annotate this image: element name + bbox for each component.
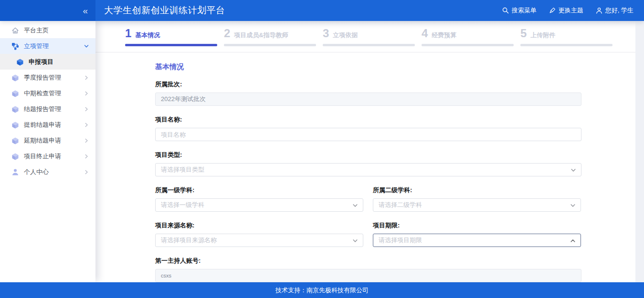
chevron-up-icon: [570, 238, 576, 245]
collapse-sidebar-icon[interactable]: «: [83, 6, 87, 15]
sidebar-item-label: 结题报告管理: [24, 105, 84, 113]
sidebar-item-label: 立项管理: [24, 42, 84, 51]
sidebar-item-personal-center[interactable]: 个人中心: [0, 164, 95, 180]
term-placeholder: 请选择项目期限: [379, 236, 422, 245]
subject1-placeholder: 请选择一级学科: [161, 201, 204, 209]
source-placeholder: 请选择项目来源名称: [161, 236, 217, 245]
header-actions: 搜索菜单 更换主题 您好, 学生: [502, 6, 644, 15]
chevron-right-icon: [84, 168, 89, 176]
hierarchy-icon: [11, 42, 19, 50]
home-icon: [11, 27, 19, 34]
step-project-basis[interactable]: 3立项依据: [323, 28, 415, 46]
sidebar-item-label: 项目终止申请: [24, 152, 84, 161]
sidebar-item-early-completion[interactable]: 提前结题申请: [0, 117, 95, 133]
project-name-label: 项目名称:: [155, 115, 581, 123]
app-title: 大学生创新创业训练计划平台: [104, 4, 225, 17]
project-type-select[interactable]: 请选择项目类型: [155, 163, 581, 176]
step-number: 3: [323, 28, 329, 39]
wizard-steps: 1基本情况 2项目成员&指导教师 3立项依据 4经费预算 5上传附件: [95, 21, 644, 52]
chevron-right-icon: [84, 89, 89, 98]
chevron-right-icon: [84, 105, 89, 113]
host-account-label: 第一主持人账号:: [155, 257, 581, 265]
term-label: 项目期限:: [373, 221, 581, 229]
step-number: 4: [422, 28, 428, 39]
basic-info-form: 基本情况 所属批次: 2022年测试批次 项目名称: 项目类型: 请选择项目类型…: [95, 52, 581, 282]
subject1-label: 所属一级学科:: [155, 186, 363, 194]
chevron-down-icon: [84, 42, 89, 51]
cube-icon: [11, 121, 19, 129]
search-menu-label: 搜索菜单: [512, 6, 537, 15]
sidebar-item-label: 个人中心: [24, 168, 84, 176]
batch-value: 2022年测试批次: [161, 95, 206, 103]
change-theme-label: 更换主题: [559, 6, 583, 15]
sidebar-item-final-report[interactable]: 结题报告管理: [0, 101, 95, 117]
step-number: 2: [224, 28, 230, 39]
section-title: 基本情况: [155, 63, 581, 71]
step-number: 5: [520, 28, 527, 39]
change-theme-button[interactable]: 更换主题: [549, 6, 583, 15]
project-name-input[interactable]: [155, 128, 581, 141]
sidebar-item-quarterly-report[interactable]: 季度报告管理: [0, 70, 95, 85]
user-greeting: 您好, 学生: [605, 6, 633, 15]
batch-field: 2022年测试批次: [155, 92, 581, 106]
chevron-right-icon: [84, 136, 89, 145]
step-label: 基本情况: [135, 31, 160, 40]
step-progress-bar: [125, 44, 217, 46]
chevron-right-icon: [84, 152, 89, 161]
step-label: 经费预算: [432, 31, 456, 40]
sidebar-item-midterm-check[interactable]: 中期检查管理: [0, 85, 95, 101]
chevron-down-icon: [352, 238, 358, 245]
chevron-down-icon: [570, 167, 576, 175]
cube-icon: [11, 90, 19, 97]
chevron-down-icon: [352, 203, 358, 210]
sidebar-item-project-termination[interactable]: 项目终止申请: [0, 148, 95, 164]
step-budget[interactable]: 4经费预算: [422, 28, 514, 46]
app-window: « 大学生创新创业训练计划平台 搜索菜单 更换主题 您好, 学生: [0, 0, 644, 298]
sidebar-item-label: 申报项目: [29, 58, 89, 66]
person-icon: [11, 168, 19, 176]
sidebar-item-declare-project[interactable]: 申报项目: [0, 54, 95, 70]
search-menu-button[interactable]: 搜索菜单: [502, 6, 537, 15]
header-logo-area: «: [0, 0, 95, 21]
search-icon: [502, 7, 509, 14]
source-select[interactable]: 请选择项目来源名称: [155, 234, 363, 247]
step-members-advisors[interactable]: 2项目成员&指导教师: [224, 28, 316, 46]
host-account-value: csxs: [161, 273, 171, 278]
user-menu[interactable]: 您好, 学生: [596, 6, 633, 15]
chevron-right-icon: [84, 73, 89, 82]
sidebar-item-label: 季度报告管理: [24, 73, 84, 82]
step-number: 1: [125, 28, 131, 39]
step-upload-attachments[interactable]: 5上传附件: [520, 28, 612, 46]
sidebar-item-platform-home[interactable]: 平台主页: [0, 22, 95, 38]
project-type-label: 项目类型:: [155, 151, 581, 159]
source-label: 项目来源名称:: [155, 221, 363, 229]
user-icon: [596, 7, 602, 14]
sidebar-item-label: 延期结题申请: [24, 136, 84, 145]
subject2-select[interactable]: 请选择二级学科: [373, 198, 581, 212]
top-header: « 大学生创新创业训练计划平台 搜索菜单 更换主题 您好, 学生: [0, 0, 644, 21]
cube-icon: [11, 137, 19, 144]
batch-label: 所属批次:: [155, 80, 581, 88]
sidebar-item-label: 平台主页: [24, 26, 89, 35]
cube-icon: [11, 153, 19, 160]
step-progress-bar: [224, 44, 316, 46]
scrollbar[interactable]: [635, 21, 644, 282]
subject2-placeholder: 请选择二级学科: [379, 201, 422, 209]
tech-support-text: 技术支持：南京先极科技有限公司: [275, 286, 369, 295]
footer-bar: 技术支持：南京先极科技有限公司: [0, 282, 644, 298]
main-content: 1基本情况 2项目成员&指导教师 3立项依据 4经费预算 5上传附件 基本情况: [95, 21, 644, 282]
brush-icon: [549, 7, 556, 14]
step-basic-info[interactable]: 1基本情况: [125, 28, 217, 46]
step-label: 项目成员&指导教师: [234, 31, 288, 40]
subject1-select[interactable]: 请选择一级学科: [155, 198, 363, 212]
sidebar-item-label: 中期检查管理: [24, 89, 84, 98]
sidebar-item-delayed-completion[interactable]: 延期结题申请: [0, 133, 95, 148]
term-select[interactable]: 请选择项目期限: [373, 234, 581, 247]
step-label: 上传附件: [530, 31, 555, 40]
sidebar-item-label: 提前结题申请: [24, 121, 84, 129]
chevron-right-icon: [84, 121, 89, 129]
subject2-label: 所属二级学科:: [373, 186, 581, 194]
cube-icon: [11, 105, 19, 113]
sidebar-item-project-approval[interactable]: 立项管理: [0, 38, 95, 54]
step-progress-bar: [520, 44, 612, 46]
